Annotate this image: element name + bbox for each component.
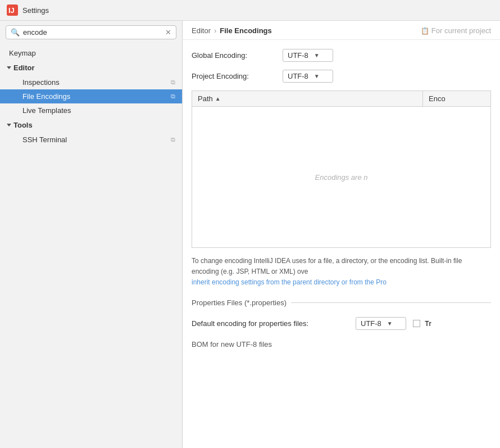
global-encoding-arrow: ▼ [314, 52, 320, 58]
sidebar-item-tools[interactable]: Tools [0, 117, 182, 133]
window-title: Settings [22, 6, 49, 15]
encoding-column-header: Enco [423, 91, 490, 106]
breadcrumb: Editor › File Encodings 📋 For current pr… [183, 21, 500, 40]
info-text-line2: inherit encoding settings from the paren… [192, 278, 387, 286]
project-encoding-value: UTF-8 [288, 72, 308, 80]
table-empty-message: Encodings are n [315, 173, 368, 182]
transparent-checkbox[interactable] [413, 320, 420, 327]
sidebar-item-live-templates[interactable]: Live Templates [0, 103, 182, 117]
inspections-label: Inspections [22, 78, 60, 87]
table-body: Encodings are n [192, 107, 490, 247]
properties-encoding-value: UTF-8 [361, 319, 381, 328]
app-icon: IJ [7, 4, 18, 16]
tools-expand-icon [7, 124, 11, 126]
path-header-label: Path [198, 94, 213, 103]
properties-section-label: Properties Files (*.properties) [192, 298, 287, 307]
clear-icon[interactable]: ✕ [165, 29, 171, 36]
properties-encoding-select[interactable]: UTF-8 ▼ [356, 317, 406, 330]
project-encoding-arrow: ▼ [314, 73, 320, 79]
properties-encoding-label: Default encoding for properties files: [192, 319, 349, 328]
transparent-checkbox-row: Tr [413, 319, 431, 328]
inspections-copy-icon: ⧉ [171, 79, 175, 86]
content-body: Global Encoding: UTF-8 ▼ Project Encodin… [183, 40, 500, 448]
sidebar-item-inspections[interactable]: Inspections ⧉ [0, 75, 182, 89]
properties-section-divider: Properties Files (*.properties) [192, 298, 491, 307]
properties-encoding-arrow: ▼ [387, 320, 393, 327]
sidebar-item-editor[interactable]: Editor [0, 60, 182, 75]
file-encodings-label: File Encodings [22, 92, 70, 101]
search-input[interactable] [23, 28, 162, 37]
project-encoding-row: Project Encoding: UTF-8 ▼ [192, 70, 491, 83]
breadcrumb-project[interactable]: 📋 For current project [421, 26, 491, 35]
ssh-copy-icon: ⧉ [171, 136, 175, 143]
breadcrumb-project-label: For current project [431, 26, 491, 35]
sidebar-item-keymap[interactable]: Keymap [0, 46, 182, 60]
divider-line [291, 302, 491, 303]
global-encoding-select[interactable]: UTF-8 ▼ [283, 49, 333, 62]
sidebar: 🔍 ✕ Keymap Editor Inspections ⧉ File Enc [0, 21, 183, 448]
keymap-label: Keymap [9, 49, 36, 57]
tools-label: Tools [13, 121, 33, 129]
breadcrumb-current: File Encodings [220, 26, 271, 35]
ssh-terminal-label: SSH Terminal [22, 135, 67, 144]
search-icon: 🔍 [11, 28, 20, 37]
sidebar-item-file-encodings[interactable]: File Encodings ⧉ [0, 89, 182, 103]
title-bar: IJ Settings [0, 0, 500, 21]
transparent-label: Tr [425, 319, 431, 328]
global-encoding-value: UTF-8 [288, 51, 308, 60]
info-text-block: To change encoding IntelliJ IDEA uses fo… [192, 256, 491, 288]
global-encoding-row: Global Encoding: UTF-8 ▼ [192, 49, 491, 62]
table-header: Path ▲ Enco [192, 91, 490, 107]
sidebar-item-ssh-terminal[interactable]: SSH Terminal ⧉ [0, 133, 182, 147]
file-encodings-copy-icon: ⧉ [171, 93, 175, 100]
search-box[interactable]: 🔍 ✕ [6, 25, 176, 39]
info-text-line1: To change encoding IntelliJ IDEA uses fo… [192, 257, 462, 275]
editor-expand-icon [7, 66, 11, 69]
breadcrumb-parent: Editor [192, 26, 211, 35]
encodings-table: Path ▲ Enco Encodings are n [192, 90, 491, 248]
encoding-header-label: Enco [429, 94, 446, 103]
editor-label: Editor [13, 64, 35, 72]
breadcrumb-separator: › [214, 26, 216, 35]
bom-label: BOM for new UTF-8 files [192, 340, 491, 349]
main-layout: 🔍 ✕ Keymap Editor Inspections ⧉ File Enc [0, 21, 500, 448]
content-area: Editor › File Encodings 📋 For current pr… [183, 21, 500, 448]
path-column-header[interactable]: Path ▲ [192, 91, 423, 106]
project-encoding-label: Project Encoding: [192, 72, 276, 80]
project-icon: 📋 [421, 27, 429, 35]
project-encoding-select[interactable]: UTF-8 ▼ [283, 70, 333, 83]
properties-encoding-row: Default encoding for properties files: U… [192, 317, 491, 330]
sidebar-tree: Keymap Editor Inspections ⧉ File Encodin… [0, 44, 182, 448]
live-templates-label: Live Templates [22, 106, 71, 115]
svg-text:IJ: IJ [8, 6, 15, 15]
global-encoding-label: Global Encoding: [192, 51, 276, 60]
path-sort-icon: ▲ [215, 96, 221, 102]
